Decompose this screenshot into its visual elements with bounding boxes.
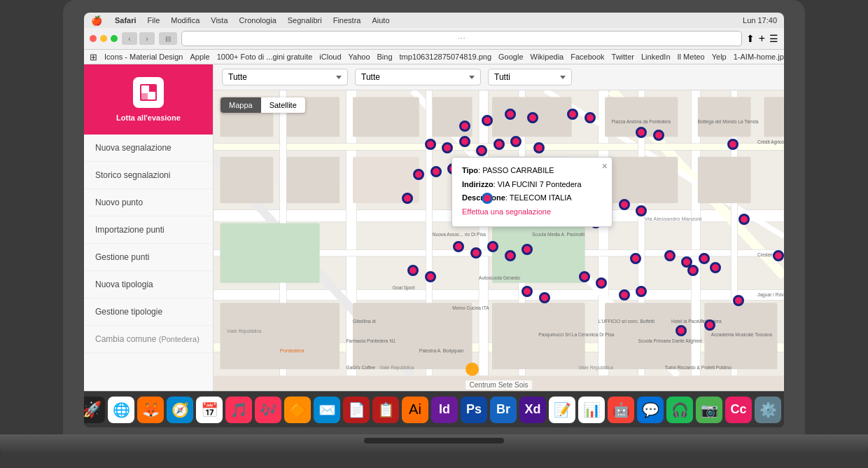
bookmark-bing[interactable]: Bing [377,53,393,61]
map-marker[interactable] [619,199,630,210]
map-marker[interactable] [413,169,424,180]
bookmark-facebook[interactable]: Facebook [570,53,604,61]
map-marker[interactable] [738,214,750,225]
dock-util[interactable]: ⚙️ [755,397,781,423]
dock-ai-tool[interactable]: 🤖 [608,397,634,423]
map-marker[interactable] [522,286,533,297]
dock-keynote[interactable]: 📊 [578,397,605,423]
map-marker[interactable] [664,250,676,261]
popup-close-button[interactable]: × [602,160,608,172]
bookmark-linkedin[interactable]: LinkedIn [641,53,671,61]
dock-calendar[interactable]: 📅 [196,397,223,423]
map-marker[interactable] [487,241,498,252]
dock-pages[interactable]: 📝 [549,397,575,423]
map-marker[interactable] [653,130,664,141]
dock-photoshop[interactable]: Ps [461,397,487,423]
map-marker[interactable] [773,250,784,261]
app-name[interactable]: Safari [115,16,136,25]
map-marker[interactable] [533,142,545,153]
dock-skype[interactable]: 💬 [637,397,664,423]
map-marker[interactable] [579,271,590,282]
map-marker[interactable] [687,265,699,276]
dock-bridge[interactable]: Br [490,397,517,423]
map-marker[interactable] [527,112,538,123]
sidebar-item-storico-segnalazioni[interactable]: Storico segnalazioni [84,162,213,189]
dock-chrome[interactable]: 🌐 [108,397,134,423]
map-marker[interactable] [442,142,453,153]
map-marker[interactable] [453,241,464,252]
dock-mail[interactable]: ✉️ [314,397,340,423]
map-marker[interactable] [539,292,550,303]
map-marker[interactable] [402,193,413,204]
map-marker[interactable] [505,109,516,120]
dock-acrobat-reader[interactable]: 📄 [343,397,370,423]
filter-all[interactable]: Tutti [488,69,572,85]
map-marker[interactable] [630,253,641,264]
dock-music[interactable]: 🎵 [225,397,252,423]
menu-cronologia[interactable]: Cronologia [239,16,276,25]
map-toggle-satellite[interactable]: Satellite [261,97,305,113]
map-marker[interactable] [510,136,522,147]
sidebar-item-nuova-segnalazione[interactable]: Nuova segnalazione [84,135,213,162]
apple-menu[interactable]: 🍎 [91,15,102,26]
back-button[interactable]: ‹ [122,32,137,45]
sidebar-toggle-button[interactable]: ⊟ [159,32,177,45]
bookmark-yelp[interactable]: Yelp [712,53,727,61]
map-marker[interactable] [676,325,687,336]
new-tab-icon[interactable]: + [759,32,765,45]
map-marker[interactable] [407,265,419,276]
bookmark-google[interactable]: Google [498,53,523,61]
dock-safari[interactable]: 🧭 [167,397,193,423]
map-marker[interactable] [636,127,647,138]
map-marker[interactable] [425,139,436,150]
dock-facetime[interactable]: 📷 [696,397,722,423]
map-marker[interactable] [459,121,470,132]
menu-modifica[interactable]: Modifica [171,16,200,25]
share-icon[interactable]: ⬆ [746,33,755,44]
close-button[interactable] [90,35,97,42]
bookmark-grid[interactable]: ⊞ [90,52,97,62]
menu-vista[interactable]: Vista [211,16,227,25]
dock-illustrator[interactable]: Ai [402,397,428,423]
map-marker[interactable] [459,136,470,147]
forward-button[interactable]: › [139,32,155,45]
sidebar-item-importazione-punti[interactable]: Importazione punti [84,216,213,244]
map-marker[interactable] [430,166,442,177]
address-bar[interactable]: ⋯ [181,31,742,46]
map-marker[interactable] [699,253,710,264]
map-marker[interactable] [619,289,630,301]
menu-segnalibri[interactable]: Segnalibri [288,16,322,25]
bookmark-apple[interactable]: Apple [190,53,210,61]
menu-aiuto[interactable]: Aiuto [372,16,389,25]
menu-finestra[interactable]: Finestra [333,16,361,25]
map-marker[interactable] [567,109,578,120]
filter-status[interactable]: Tutte [355,69,481,85]
bookmark-photos[interactable]: 1000+ Foto di ...gini gratuite [217,53,313,61]
map-marker[interactable] [636,205,647,216]
map-marker[interactable] [425,271,436,282]
map-marker[interactable] [584,112,596,123]
map-toggle-mappa[interactable]: Mappa [220,97,261,113]
sidebar-item-gestione-tipologie[interactable]: Gestione tipologie [84,298,213,326]
map-marker[interactable] [470,247,482,259]
dock-vlc[interactable]: 🔶 [284,397,311,423]
map-marker[interactable] [636,286,647,297]
maximize-button[interactable] [111,35,118,42]
dock-spotify[interactable]: 🎧 [666,397,693,423]
map-marker[interactable] [493,139,505,150]
bookmark-wikipedia[interactable]: Wikipedia [531,53,564,61]
dock-cc[interactable]: Cc [725,397,752,423]
dock-acrobat-pro[interactable]: 📋 [372,397,399,423]
bookmark-icloud[interactable]: iCloud [319,53,341,61]
map-view[interactable]: Via Alessandro Manzoni Viale Repubblica … [214,90,784,391]
bookmark-yahoo[interactable]: Yahoo [349,53,370,61]
bookmark-aim[interactable]: 1-AIM-home.jpg [734,53,784,61]
dock-indesign[interactable]: Id [431,397,458,423]
bookmark-twitter[interactable]: Twitter [612,53,634,61]
menu-file[interactable]: File [148,16,160,25]
dock-xd[interactable]: Xd [519,397,546,423]
bookmark-icons-material[interactable]: Icons - Material Design [104,53,183,61]
dock-launchpad[interactable]: 🚀 [84,397,105,423]
map-marker[interactable] [704,319,715,331]
map-marker[interactable] [596,277,607,289]
